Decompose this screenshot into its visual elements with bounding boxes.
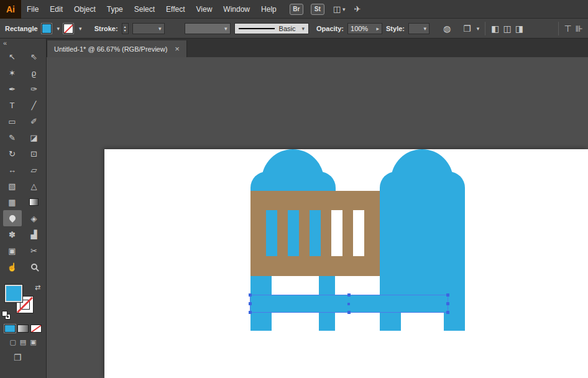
draw-inside-icon[interactable]: ▣ xyxy=(30,338,36,346)
menu-window[interactable]: Window xyxy=(218,0,255,19)
brush-definition-dropdown[interactable]: Basic ▾ xyxy=(234,23,309,34)
tools-panel: « ↖ ⇖ ✶ ϱ ✒ ✑ T ╱ ▭ ✐ ✎ ◪ ↻ ⊡ ↔ ▱ ▧ △ ▦ … xyxy=(0,39,47,378)
tool-eyedropper[interactable] xyxy=(3,210,22,226)
color-button[interactable] xyxy=(4,325,16,333)
tool-rectangle[interactable]: ▭ xyxy=(3,113,22,129)
selection-handle-mid-right[interactable] xyxy=(446,302,449,305)
selection-handle-bottom-center[interactable] xyxy=(347,311,351,314)
tool-rotate[interactable]: ↻ xyxy=(3,145,22,162)
tool-zoom[interactable] xyxy=(25,259,44,275)
tool-hand[interactable]: ☝ xyxy=(3,259,22,275)
tool-shape-builder[interactable]: ▧ xyxy=(3,178,22,194)
workspace-caret-icon[interactable]: ▾ xyxy=(342,6,346,12)
workspace-layout-icon[interactable]: ◫ xyxy=(333,4,341,14)
stepper-down-icon[interactable]: ▾ xyxy=(124,29,126,32)
opacity-value: 100% xyxy=(351,25,368,32)
tool-paintbrush[interactable]: ✐ xyxy=(25,113,44,129)
width-profile-caret-icon[interactable]: ▾ xyxy=(224,25,227,32)
style-caret-icon[interactable]: ▾ xyxy=(423,25,426,32)
stroke-weight-field[interactable]: ▾ xyxy=(132,23,165,34)
distribute-icon[interactable]: ⊪ xyxy=(576,24,583,34)
crib-slat-1[interactable] xyxy=(266,210,277,256)
menu-edit[interactable]: Edit xyxy=(44,0,68,19)
menu-help[interactable]: Help xyxy=(255,0,282,19)
screen-mode-row: ❐ xyxy=(0,353,46,362)
align-right-icon[interactable]: ◨ xyxy=(515,24,523,34)
draw-behind-icon[interactable]: ▤ xyxy=(20,338,26,346)
tool-slice[interactable]: ✂ xyxy=(25,242,44,259)
align-left-icon[interactable]: ◧ xyxy=(491,24,499,34)
tool-artboard[interactable]: ▣ xyxy=(3,242,22,259)
tool-direct-selection[interactable]: ⇖ xyxy=(25,48,44,65)
tool-selection[interactable]: ↖ xyxy=(3,48,22,65)
menu-effect[interactable]: Effect xyxy=(160,0,190,19)
tool-pen[interactable]: ✒ xyxy=(3,81,22,97)
stock-button[interactable]: St xyxy=(311,4,324,15)
tool-eraser[interactable]: ◪ xyxy=(25,129,44,145)
crib-slat-2[interactable] xyxy=(288,210,299,256)
default-fill-icon[interactable] xyxy=(2,311,7,316)
tool-gradient[interactable] xyxy=(25,194,44,210)
draw-normal-icon[interactable]: ▢ xyxy=(9,338,16,346)
document-tab[interactable]: Untitled-1* @ 66.67% (RGB/Preview) × xyxy=(47,40,187,57)
tool-curvature[interactable]: ✑ xyxy=(25,81,44,97)
tool-free-transform[interactable]: ▱ xyxy=(25,162,44,178)
menu-file[interactable]: File xyxy=(21,0,44,19)
crib-slat-gap-2[interactable] xyxy=(353,210,364,256)
selection-handle-top-left[interactable] xyxy=(249,293,252,297)
document-setup-caret-icon[interactable]: ▾ xyxy=(477,25,480,32)
tool-type[interactable]: T xyxy=(3,97,22,113)
width-tool-icon: ↔ xyxy=(8,165,16,175)
document-tab-bar: Untitled-1* @ 66.67% (RGB/Preview) × xyxy=(47,39,588,57)
crib-slat-gap-1[interactable] xyxy=(331,210,342,256)
gpu-performance-icon[interactable]: ✈ xyxy=(354,4,361,14)
menu-view[interactable]: View xyxy=(191,0,218,19)
tool-symbol-sprayer[interactable]: ✽ xyxy=(3,226,22,242)
selection-center-point[interactable] xyxy=(347,303,350,305)
fill-caret-icon[interactable]: ▾ xyxy=(57,25,60,32)
stroke-weight-caret-icon[interactable]: ▾ xyxy=(158,25,162,32)
variable-width-profile-dropdown[interactable]: ▾ xyxy=(185,23,231,34)
tool-mesh[interactable]: ▦ xyxy=(3,194,22,210)
tool-blend[interactable]: ◈ xyxy=(25,210,44,226)
stroke-caret-icon[interactable]: ▾ xyxy=(79,25,82,32)
align-center-icon[interactable]: ◫ xyxy=(503,24,512,34)
tool-magic-wand[interactable]: ✶ xyxy=(3,65,22,81)
selection-handle-top-center[interactable] xyxy=(347,293,351,297)
swap-fill-stroke-icon[interactable]: ⇄ xyxy=(35,284,40,292)
selection-handle-mid-left[interactable] xyxy=(249,302,252,305)
tool-lasso[interactable]: ϱ xyxy=(25,65,44,81)
brush-caret-icon[interactable]: ▾ xyxy=(301,25,305,32)
tool-width[interactable]: ↔ xyxy=(3,162,22,178)
tool-line-segment[interactable]: ╱ xyxy=(25,97,44,113)
tool-scale[interactable]: ⊡ xyxy=(25,145,44,162)
tool-perspective-grid[interactable]: △ xyxy=(25,178,44,194)
vertical-align-top-icon[interactable]: ⊤ xyxy=(564,24,572,34)
selection-handle-top-right[interactable] xyxy=(446,293,449,297)
stroke-color-swatch[interactable] xyxy=(63,24,73,34)
none-button[interactable] xyxy=(30,325,42,333)
menu-object[interactable]: Object xyxy=(68,0,101,19)
collapse-panel-icon[interactable]: « xyxy=(3,39,7,47)
bridge-button[interactable]: Br xyxy=(290,4,303,15)
gradient-button[interactable] xyxy=(17,325,29,333)
stroke-weight-stepper[interactable]: ▴ ▾ xyxy=(122,23,129,34)
close-tab-icon[interactable]: × xyxy=(175,44,180,53)
menu-select[interactable]: Select xyxy=(129,0,160,19)
magic-wand-icon: ✶ xyxy=(9,68,16,78)
opacity-field[interactable]: 100% ▸ xyxy=(347,23,382,34)
crib-slat-3[interactable] xyxy=(310,210,321,256)
fill-color-swatch[interactable] xyxy=(42,24,52,34)
tool-pencil[interactable]: ✎ xyxy=(3,129,22,145)
fill-proxy-swatch[interactable] xyxy=(5,285,22,302)
screen-mode-icon[interactable]: ❐ xyxy=(14,353,22,362)
hand-icon: ☝ xyxy=(7,262,17,272)
tool-column-graph[interactable]: ▟ xyxy=(25,226,44,242)
opacity-caret-icon[interactable]: ▸ xyxy=(376,25,379,32)
menu-type[interactable]: Type xyxy=(101,0,129,19)
selection-handle-bottom-left[interactable] xyxy=(249,311,252,314)
recolor-artwork-icon[interactable]: ◍ xyxy=(443,24,451,34)
style-dropdown[interactable]: ▾ xyxy=(408,23,430,34)
document-setup-icon[interactable]: ❐ xyxy=(463,24,471,34)
selection-handle-bottom-right[interactable] xyxy=(446,311,449,314)
